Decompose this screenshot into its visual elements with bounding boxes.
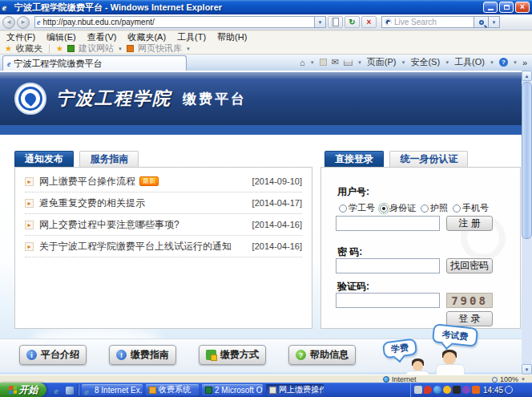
minimize-button[interactable] bbox=[483, 2, 498, 13]
notice-title[interactable]: 避免重复交费的相关提示 bbox=[39, 196, 145, 210]
notice-row[interactable]: ▸ 网上缴费平台操作流程 最新 [2014-09-10] bbox=[25, 171, 302, 192]
help-icon[interactable]: ? bbox=[499, 58, 508, 67]
taskbar-clock[interactable]: 14:45 bbox=[483, 386, 503, 395]
forward-button[interactable]: ► bbox=[17, 16, 30, 29]
favorites-star-icon: ★ bbox=[5, 44, 12, 53]
password-input[interactable] bbox=[336, 258, 440, 273]
ie-window: e 宁波工程学院缴费平台 - Windows Internet Explorer… bbox=[0, 0, 532, 397]
print-dropdown-icon[interactable]: ▼ bbox=[357, 60, 362, 65]
page-menu-button[interactable]: 页面(P) bbox=[367, 56, 397, 68]
vertical-scrollbar[interactable]: ▲ ▼ bbox=[522, 71, 532, 375]
login-button[interactable]: 登 录 bbox=[446, 311, 493, 326]
stop-button[interactable]: × bbox=[361, 16, 377, 28]
radio-mobile[interactable]: 手机号 bbox=[453, 202, 489, 214]
tray-icon[interactable] bbox=[462, 386, 470, 394]
menu-view[interactable]: 查看(V) bbox=[87, 31, 117, 43]
search-icon bbox=[479, 20, 484, 25]
add-favorite-icon[interactable]: ★ bbox=[56, 44, 63, 53]
feeds-icon[interactable] bbox=[320, 59, 327, 66]
tools-menu-button[interactable]: 工具(O) bbox=[454, 56, 485, 68]
tray-icon[interactable] bbox=[505, 386, 513, 394]
compatibility-view-button[interactable] bbox=[328, 16, 343, 28]
mail-icon[interactable]: ✉ bbox=[332, 57, 339, 67]
task-fee-system[interactable]: 收费系统 bbox=[146, 384, 199, 395]
captcha-image[interactable]: 7908 bbox=[446, 293, 493, 308]
menu-tools[interactable]: 工具(T) bbox=[177, 31, 206, 43]
notice-date: [2014-04-16] bbox=[252, 241, 302, 251]
task-office-group[interactable]: 2 Microsoft Of... ▼ bbox=[202, 384, 263, 395]
captcha-input[interactable] bbox=[336, 293, 440, 308]
menu-favorites[interactable]: 收藏夹(A) bbox=[127, 31, 166, 43]
address-toolbar: ◄ ► e http://pay.nbut.edu.cn/payment/ ▼ … bbox=[0, 14, 532, 30]
web-slices-button[interactable]: 网页快讯库 bbox=[138, 43, 182, 55]
tray-icon[interactable] bbox=[414, 386, 422, 394]
scroll-down-button[interactable]: ▼ bbox=[522, 364, 532, 375]
task-ie-group[interactable]: e 8 Internet Ex... ▼ bbox=[82, 384, 143, 395]
refresh-button[interactable]: ↻ bbox=[345, 16, 360, 28]
radio-label: 护照 bbox=[430, 202, 448, 214]
notice-title[interactable]: 关于宁波工程学院缴费平台上线试运行的通知 bbox=[39, 240, 232, 253]
tray-icon[interactable] bbox=[443, 386, 451, 394]
tab-direct-login[interactable]: 直接登录 bbox=[324, 151, 384, 167]
info-icon: i bbox=[26, 350, 37, 360]
tab-sso-login[interactable]: 统一身份认证 bbox=[389, 151, 468, 167]
quick-launch-ie-icon[interactable]: e bbox=[51, 385, 62, 395]
find-password-button[interactable]: 找回密码 bbox=[446, 258, 493, 273]
register-button[interactable]: 注 册 bbox=[446, 216, 493, 231]
start-button[interactable]: 开始 bbox=[0, 383, 46, 397]
captcha-label: 验证码: bbox=[337, 280, 369, 294]
tab-bar: e 宁波工程学院缴费平台 ⌂ ▼ ✉ ▼ 页面(P) ▼ 安全(S) ▼ 工具(… bbox=[0, 55, 532, 71]
tray-icon[interactable] bbox=[424, 386, 432, 394]
minimize-icon bbox=[488, 9, 494, 10]
home-dropdown-icon[interactable]: ▼ bbox=[310, 60, 315, 65]
radio-id-card[interactable]: 身份证 bbox=[380, 202, 416, 214]
payment-guide-button[interactable]: ! 缴费指南 bbox=[109, 345, 176, 365]
task-payment-doc[interactable]: 网上缴费操作说... bbox=[266, 384, 324, 395]
quick-launch-desktop-icon[interactable] bbox=[64, 385, 75, 395]
tab-active[interactable]: e 宁波工程学院缴费平台 bbox=[2, 55, 187, 71]
radio-label: 身份证 bbox=[389, 202, 416, 214]
tray-icon[interactable] bbox=[472, 386, 480, 394]
back-button[interactable]: ◄ bbox=[2, 16, 15, 29]
user-id-input[interactable] bbox=[336, 216, 440, 231]
print-icon[interactable] bbox=[344, 59, 353, 66]
radio-passport[interactable]: 护照 bbox=[421, 202, 448, 214]
notice-row[interactable]: ▸ 关于宁波工程学院缴费平台上线试运行的通知 [2014-04-16] bbox=[25, 236, 302, 257]
search-input[interactable]: Live Search bbox=[381, 16, 474, 28]
info-icon: ! bbox=[116, 350, 127, 360]
notice-title[interactable]: 网上交费过程中要注意哪些事项? bbox=[39, 218, 179, 232]
bullet-arrow-icon: ▸ bbox=[25, 199, 34, 208]
restore-button[interactable] bbox=[499, 2, 514, 13]
menu-help[interactable]: 帮助(H) bbox=[217, 31, 247, 43]
favorites-bar: ★ 收藏夹 ★ 建议网站 ▼ 网页快讯库 ▼ bbox=[0, 43, 532, 55]
tab-service-guide[interactable]: 服务指南 bbox=[79, 151, 139, 167]
scroll-up-button[interactable]: ▲ bbox=[522, 71, 532, 81]
menu-edit[interactable]: 编辑(E) bbox=[46, 31, 76, 43]
search-dropdown-button[interactable]: ▼ bbox=[489, 16, 500, 28]
menu-file[interactable]: 文件(F) bbox=[6, 31, 35, 43]
home-icon[interactable]: ⌂ bbox=[300, 58, 305, 67]
user-id-label: 用户号: bbox=[337, 185, 369, 199]
notice-row[interactable]: ▸ 网上交费过程中要注意哪些事项? [2014-04-16] bbox=[25, 214, 302, 236]
scrollbar-thumb[interactable] bbox=[522, 82, 532, 239]
search-button[interactable] bbox=[474, 16, 489, 28]
suggested-sites-button[interactable]: 建议网站 bbox=[79, 43, 114, 55]
school-name: 宁波工程学院 bbox=[56, 87, 171, 111]
notice-title[interactable]: 网上缴费平台操作流程 bbox=[39, 175, 135, 188]
favorites-button[interactable]: 收藏夹 bbox=[16, 43, 42, 55]
tray-icon[interactable] bbox=[433, 386, 441, 394]
radio-student-id[interactable]: 学工号 bbox=[339, 202, 375, 214]
help-info-button[interactable]: ? 帮助信息 bbox=[288, 345, 356, 365]
title-bar[interactable]: e 宁波工程学院缴费平台 - Windows Internet Explorer… bbox=[0, 0, 532, 14]
address-dropdown-button[interactable]: ▼ bbox=[315, 16, 326, 28]
bullet-arrow-icon: ▸ bbox=[25, 221, 34, 229]
toolbar-overflow-button[interactable]: » bbox=[522, 58, 527, 67]
safety-menu-button[interactable]: 安全(S) bbox=[410, 56, 440, 68]
notice-row[interactable]: ▸ 避免重复交费的相关提示 [2014-04-17] bbox=[25, 192, 302, 214]
address-input[interactable]: e http://pay.nbut.edu.cn/payment/ bbox=[34, 16, 315, 28]
tab-notices[interactable]: 通知发布 bbox=[14, 151, 74, 167]
close-button[interactable]: × bbox=[515, 2, 530, 13]
payment-method-button[interactable]: 缴费方式 bbox=[199, 345, 266, 365]
platform-intro-button[interactable]: i 平台介绍 bbox=[19, 345, 87, 365]
tray-icon[interactable] bbox=[453, 386, 461, 394]
